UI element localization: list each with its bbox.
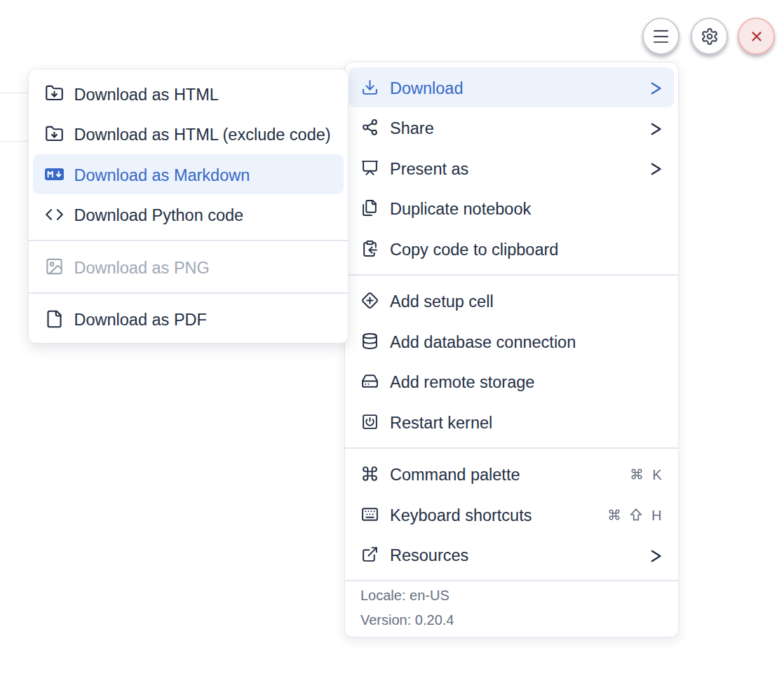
menu-item-label: Download <box>390 79 640 98</box>
menu-separator <box>345 274 678 276</box>
hard-drive-icon <box>361 372 379 390</box>
submenu-item-download-png[interactable]: Download as PNG <box>33 247 344 288</box>
menu-separator <box>29 240 348 241</box>
menu-item-label: Download Python code <box>74 206 332 225</box>
menu-item-label: Duplicate notebook <box>390 200 662 219</box>
notebook-actions-menu: Download Share Present as <box>344 62 679 638</box>
menu-item-restart-kernel[interactable]: Restart kernel <box>349 402 674 442</box>
locale-text: Locale: en-US <box>360 583 678 608</box>
menu-item-add-setup-cell[interactable]: Add setup cell <box>349 280 674 321</box>
gear-icon <box>701 27 719 46</box>
menu-item-label: Download as PDF <box>74 311 332 330</box>
chevron-right-icon <box>651 82 662 95</box>
close-x-icon <box>749 29 764 44</box>
chevron-right-icon <box>651 163 662 175</box>
menu-item-label: Present as <box>390 160 640 179</box>
chevron-right-icon <box>651 550 662 562</box>
chevron-right-icon <box>651 123 662 135</box>
markdown-download-icon <box>45 168 64 180</box>
notebook-menu-button[interactable] <box>642 18 680 55</box>
notebook-cell-border-bottom <box>0 141 28 142</box>
menu-item-label: Download as HTML <box>74 86 332 104</box>
code-icon <box>45 205 64 224</box>
submenu-item-download-html-exclude-code[interactable]: Download as HTML (exclude code) <box>33 114 344 154</box>
submenu-item-download-pdf[interactable]: Download as PDF <box>33 299 344 339</box>
square-power-icon <box>361 413 379 431</box>
menu-item-resources[interactable]: Resources <box>349 534 674 575</box>
submenu-item-download-html[interactable]: Download as HTML <box>33 74 344 114</box>
folder-down-icon <box>45 83 64 103</box>
hamburger-icon <box>654 29 668 43</box>
presentation-icon <box>361 159 379 177</box>
menu-item-label: Download as HTML (exclude code) <box>74 126 332 144</box>
folder-down-icon <box>45 124 64 144</box>
menu-item-label: Keyboard shortcuts <box>390 506 597 525</box>
menu-item-command-palette[interactable]: Command palette K <box>349 454 674 494</box>
version-text: Version: 0.20.4 <box>360 608 678 632</box>
menu-item-label: Copy code to clipboard <box>390 241 662 259</box>
command-key-icon <box>630 468 643 480</box>
command-key-icon <box>608 508 621 521</box>
menu-footer: Locale: en-US Version: 0.20.4 <box>345 581 678 637</box>
external-link-icon <box>361 546 379 563</box>
menu-separator <box>345 447 678 449</box>
menu-item-label: Add setup cell <box>390 292 662 311</box>
download-submenu: Download as HTML Download as HTML (exclu… <box>28 69 349 344</box>
download-icon <box>361 79 379 96</box>
shortcut-keyboard-shortcuts: H <box>608 508 661 524</box>
menu-item-label: Download as Markdown <box>74 166 332 185</box>
menu-item-share[interactable]: Share <box>349 107 674 148</box>
menu-item-label: Add remote storage <box>390 373 662 392</box>
image-icon <box>45 257 64 276</box>
close-app-button[interactable] <box>738 18 775 55</box>
submenu-item-download-markdown[interactable]: Download as Markdown <box>33 154 344 195</box>
menu-item-label: Share <box>390 119 640 138</box>
menu-item-keyboard-shortcuts[interactable]: Keyboard shortcuts H <box>349 494 674 535</box>
menu-item-add-remote-storage[interactable]: Add remote storage <box>349 361 674 402</box>
menu-item-download[interactable]: Download <box>349 67 674 108</box>
settings-button[interactable] <box>691 18 728 55</box>
database-icon <box>361 332 379 350</box>
menu-separator <box>29 292 348 294</box>
submenu-item-download-python[interactable]: Download Python code <box>33 194 344 235</box>
menu-item-present-as[interactable]: Present as <box>349 148 674 189</box>
menu-item-add-database-connection[interactable]: Add database connection <box>349 321 674 362</box>
file-icon <box>45 309 64 329</box>
shift-key-icon <box>630 508 642 521</box>
duplicate-icon <box>361 199 379 217</box>
clipboard-copy-icon <box>361 240 379 257</box>
keyboard-icon <box>361 506 379 523</box>
menu-item-label: Command palette <box>390 466 619 485</box>
diamond-plus-icon <box>361 292 379 309</box>
shortcut-letter: K <box>652 467 661 483</box>
app-window: Download Share Present as <box>0 0 784 690</box>
menu-item-label: Restart kernel <box>390 414 662 433</box>
command-icon <box>361 465 379 482</box>
menu-item-copy-code[interactable]: Copy code to clipboard <box>349 229 674 269</box>
menu-item-label: Resources <box>390 546 640 565</box>
notebook-cell-border-top <box>0 93 28 93</box>
menu-item-duplicate-notebook[interactable]: Duplicate notebook <box>349 188 674 229</box>
shortcut-command-palette: K <box>630 467 661 483</box>
shortcut-letter: H <box>651 508 661 524</box>
share-icon <box>361 119 379 136</box>
menu-item-label: Download as PNG <box>74 259 332 278</box>
menu-item-label: Add database connection <box>390 333 662 352</box>
